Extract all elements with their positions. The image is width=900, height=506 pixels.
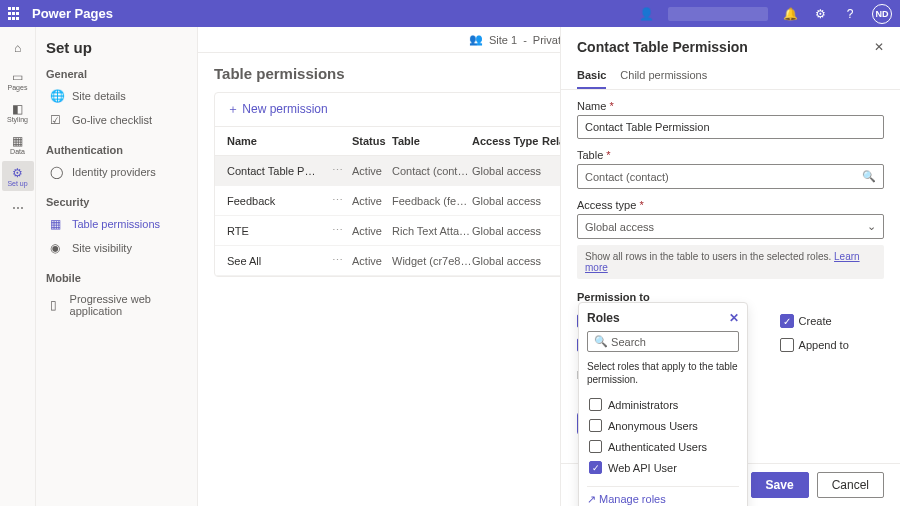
manage-roles-link[interactable]: ↗ Manage roles — [587, 486, 739, 506]
settings-icon[interactable]: ⚙ — [812, 6, 828, 22]
pages-icon: ▭ — [12, 70, 23, 84]
save-button[interactable]: Save — [751, 472, 809, 498]
sidebar-item-pwa[interactable]: ▯Progressive web application — [46, 288, 187, 322]
name-field-label: Name * — [577, 100, 884, 112]
table-icon: ▦ — [50, 217, 64, 231]
role-option[interactable]: Anonymous Users — [587, 415, 739, 436]
person-badge-icon[interactable]: 👤 — [638, 6, 654, 22]
role-option[interactable]: Authenticated Users — [587, 436, 739, 457]
roles-popover-title: Roles — [587, 311, 620, 325]
globe-icon: 🌐 — [50, 89, 64, 103]
col-status[interactable]: Status — [352, 135, 392, 147]
col-table[interactable]: Table — [392, 135, 472, 147]
search-icon: 🔍 — [862, 170, 876, 183]
panel-title: Contact Table Permission — [577, 39, 748, 55]
visibility-icon: ◉ — [50, 241, 64, 255]
tab-basic[interactable]: Basic — [577, 63, 606, 89]
sidebar-head-mobile: Mobile — [46, 272, 187, 284]
cancel-button[interactable]: Cancel — [817, 472, 884, 498]
rail-pages[interactable]: ▭Pages — [2, 65, 34, 95]
permission-checkbox[interactable]: Append to — [780, 335, 881, 355]
checkbox-icon[interactable] — [589, 419, 602, 432]
sidebar-title: Set up — [46, 39, 187, 56]
identity-icon: ◯ — [50, 165, 64, 179]
row-more-icon[interactable]: ⋯ — [332, 164, 352, 177]
row-more-icon[interactable]: ⋯ — [332, 194, 352, 207]
sidebar: Set up General 🌐Site details ☑Go-live ch… — [36, 27, 198, 506]
rail-styling[interactable]: ◧Styling — [2, 97, 34, 127]
col-access[interactable]: Access Type — [472, 135, 542, 147]
chevron-down-icon: ⌄ — [867, 220, 876, 233]
sidebar-item-go-live[interactable]: ☑Go-live checklist — [46, 108, 187, 132]
panel-tabs: Basic Child permissions — [561, 63, 900, 90]
table-field[interactable]: Contact (contact)🔍 — [577, 164, 884, 189]
checkbox-icon[interactable]: ✓ — [780, 314, 794, 328]
sidebar-item-site-details[interactable]: 🌐Site details — [46, 84, 187, 108]
data-icon: ▦ — [12, 134, 23, 148]
crumb-site[interactable]: Site 1 — [489, 34, 517, 46]
sidebar-head-general: General — [46, 68, 187, 80]
rail-home[interactable]: ⌂ — [2, 33, 34, 63]
help-icon[interactable]: ? — [842, 6, 858, 22]
checkbox-icon[interactable] — [589, 398, 602, 411]
roles-info: Select roles that apply to the table per… — [587, 360, 739, 386]
permission-checkbox[interactable]: ✓Create — [780, 311, 881, 331]
checkbox-icon[interactable] — [780, 338, 794, 352]
table-field-label: Table * — [577, 149, 884, 161]
mobile-icon: ▯ — [50, 298, 62, 312]
app-title: Power Pages — [32, 6, 113, 21]
sidebar-head-auth: Authentication — [46, 144, 187, 156]
access-type-select[interactable]: Global access⌄ — [577, 214, 884, 239]
rail-more[interactable]: ⋯ — [2, 193, 34, 223]
site-icon: 👥 — [469, 33, 483, 46]
access-hint: Show all rows in the table to users in t… — [577, 245, 884, 279]
checkbox-icon[interactable] — [589, 440, 602, 453]
roles-search-input[interactable]: 🔍 Search — [587, 331, 739, 352]
rail-setup[interactable]: ⚙Set up — [2, 161, 34, 191]
sidebar-item-identity[interactable]: ◯Identity providers — [46, 160, 187, 184]
notifications-icon[interactable]: 🔔 — [782, 6, 798, 22]
roles-popover: Roles ✕ 🔍 Search Select roles that apply… — [578, 302, 748, 506]
rail-data[interactable]: ▦Data — [2, 129, 34, 159]
sidebar-item-table-permissions[interactable]: ▦Table permissions — [46, 212, 187, 236]
styling-icon: ◧ — [12, 102, 23, 116]
row-more-icon[interactable]: ⋯ — [332, 224, 352, 237]
sidebar-head-security: Security — [46, 196, 187, 208]
role-option[interactable]: ✓Web API User — [587, 457, 739, 478]
checkbox-icon[interactable]: ✓ — [589, 461, 602, 474]
content: 👥 Site 1 - Private - Saved ⌄ Table permi… — [198, 27, 900, 506]
col-name[interactable]: Name — [227, 135, 332, 147]
role-option[interactable]: Administrators — [587, 394, 739, 415]
tenant-placeholder — [668, 7, 768, 21]
home-icon: ⌂ — [14, 41, 21, 55]
search-icon: 🔍 — [594, 335, 608, 348]
waffle-icon[interactable] — [8, 7, 22, 21]
more-icon: ⋯ — [12, 201, 24, 215]
access-field-label: Access type * — [577, 199, 884, 211]
tab-child[interactable]: Child permissions — [620, 63, 707, 89]
name-field[interactable]: Contact Table Permission — [577, 115, 884, 139]
top-right: 👤 🔔 ⚙ ? ND — [638, 4, 892, 24]
checklist-icon: ☑ — [50, 113, 64, 127]
close-panel-icon[interactable]: ✕ — [874, 40, 884, 54]
close-icon[interactable]: ✕ — [729, 311, 739, 325]
setup-icon: ⚙ — [12, 166, 23, 180]
sidebar-item-site-visibility[interactable]: ◉Site visibility — [46, 236, 187, 260]
row-more-icon[interactable]: ⋯ — [332, 254, 352, 267]
left-rail: ⌂ ▭Pages ◧Styling ▦Data ⚙Set up ⋯ — [0, 27, 36, 506]
avatar[interactable]: ND — [872, 4, 892, 24]
top-bar: Power Pages 👤 🔔 ⚙ ? ND — [0, 0, 900, 27]
